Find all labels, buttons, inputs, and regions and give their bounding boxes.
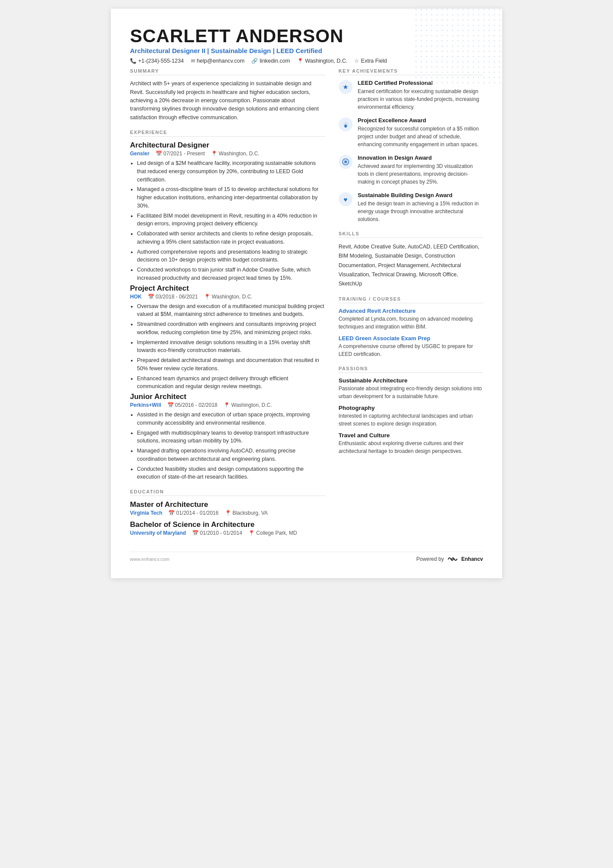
list-item: Prepared detailed architectural drawings… — [137, 356, 326, 373]
resume-page: SCARLETT ANDERSON Architectural Designer… — [111, 9, 502, 578]
job-1-meta: Gensler 📅 07/2021 - Present 📍 Washington… — [130, 151, 326, 157]
brand-name: Enhancv — [461, 556, 483, 562]
footer: www.enhancv.com Powered by Enhancv — [130, 552, 483, 563]
calendar-icon-edu2: 📅 — [192, 530, 199, 536]
achievement-3: Innovation in Design Award Achieved awar… — [339, 154, 483, 186]
achievement-3-title: Innovation in Design Award — [358, 154, 483, 161]
achievements-section: KEY ACHIEVEMENTS ★ LEED Certified Profes… — [339, 68, 483, 223]
achievement-1: ★ LEED Certified Professional Earned cer… — [339, 80, 483, 111]
achievement-2-content: Project Excellence Award Recognized for … — [358, 117, 483, 148]
passion-1-title: Sustainable Architecture — [339, 377, 483, 384]
skills-label: SKILLS — [339, 231, 483, 238]
achievement-2-desc: Recognized for successful completion of … — [358, 125, 483, 148]
list-item: Conducted feasibility studies and design… — [137, 465, 326, 482]
achievement-2-title: Project Excellence Award — [358, 117, 483, 124]
achievement-4-desc: Led the design team in achieving a 15% r… — [358, 200, 483, 223]
achievement-2: Project Excellence Award Recognized for … — [339, 117, 483, 148]
training-section: TRAINING / COURSES Advanced Revit Archit… — [339, 296, 483, 358]
achievements-label: KEY ACHIEVEMENTS — [339, 68, 483, 75]
list-item: Led design of a $2M healthcare facility,… — [137, 159, 326, 184]
passions-label: PASSIONS — [339, 366, 483, 373]
list-item: Conducted workshops to train junior staf… — [137, 266, 326, 282]
training-2-desc: A comprehensive course offered by USGBC … — [339, 342, 483, 358]
achievement-4-title: Sustainable Building Design Award — [358, 192, 483, 198]
footer-brand: Powered by Enhancv — [416, 556, 483, 563]
email-icon: ✉ — [191, 58, 195, 64]
pin-icon-2: 📍 — [204, 294, 210, 300]
achievement-1-desc: Earned certification for executing susta… — [358, 87, 483, 111]
contact-row: 📞 +1-(234)-555-1234 ✉ help@enhancv.com 🔗… — [130, 58, 483, 64]
passion-1: Sustainable Architecture Passionate abou… — [339, 377, 483, 400]
list-item: Managed drafting operations involving Au… — [137, 447, 326, 463]
job-2-dates: 📅 03/2018 - 06/2021 — [148, 294, 198, 300]
passion-2-desc: Interested in capturing architectural la… — [339, 412, 483, 428]
list-item: Collaborated with senior architects and … — [137, 230, 326, 246]
job-3-dates: 📅 05/2016 - 02/2018 — [167, 402, 217, 408]
achievement-3-desc: Achieved award for implementing 3D visua… — [358, 162, 483, 186]
passions-section: PASSIONS Sustainable Architecture Passio… — [339, 366, 483, 455]
edu-2: Bachelor of Science in Architecture Univ… — [130, 520, 326, 536]
job-3-bullets: Assisted in the design and execution of … — [130, 411, 326, 481]
achievement-2-icon — [339, 117, 353, 131]
summary-section: SUMMARY Architect with 5+ years of exper… — [130, 68, 326, 122]
list-item: Streamlined coordination with engineers … — [137, 320, 326, 337]
pin-icon-3: 📍 — [223, 402, 230, 408]
enhancv-logo-icon — [446, 556, 459, 563]
experience-section: EXPERIENCE Architectural Designer Gensle… — [130, 130, 326, 481]
education-section: EDUCATION Master of Architecture Virgini… — [130, 489, 326, 536]
list-item: Facilitated BIM model development in Rev… — [137, 212, 326, 228]
list-item: Authored comprehensive reports and prese… — [137, 248, 326, 265]
main-columns: SUMMARY Architect with 5+ years of exper… — [130, 68, 483, 544]
edu-2-location: 📍 College Park, MD — [248, 530, 297, 536]
calendar-icon-edu1: 📅 — [168, 510, 175, 516]
left-column: SUMMARY Architect with 5+ years of exper… — [130, 68, 326, 544]
pin-icon-edu1: 📍 — [225, 510, 231, 516]
achievement-1-icon: ★ — [339, 80, 353, 94]
achievement-1-content: LEED Certified Professional Earned certi… — [358, 80, 483, 111]
edu-2-meta: University of Maryland 📅 01/2010 - 01/20… — [130, 530, 326, 536]
phone-icon: 📞 — [130, 58, 137, 64]
powered-by-text: Powered by — [416, 556, 444, 562]
education-label: EDUCATION — [130, 489, 326, 496]
list-item: Oversaw the design and execution of a mu… — [137, 302, 326, 319]
job-1-bullets: Led design of a $2M healthcare facility,… — [130, 159, 326, 282]
job-2-company: HOK — [130, 294, 142, 300]
passion-3-title: Travel and Culture — [339, 432, 483, 439]
pin-icon-1: 📍 — [211, 151, 217, 157]
job-2-meta: HOK 📅 03/2018 - 06/2021 📍 Washington, D.… — [130, 294, 326, 300]
edu-2-school: University of Maryland — [130, 530, 186, 536]
training-1-desc: Completed at Lynda.com, focusing on adva… — [339, 315, 483, 331]
edu-1-dates: 📅 01/2014 - 01/2016 — [168, 510, 218, 516]
achievement-3-icon — [339, 155, 353, 169]
training-1-title: Advanced Revit Architecture — [339, 308, 483, 314]
list-item: Implemented innovative design solutions … — [137, 338, 326, 355]
job-3-company: Perkins+Will — [130, 402, 161, 408]
job-2-title: Project Architect — [130, 284, 326, 293]
job-3-location: 📍 Washington, D.C. — [223, 402, 272, 408]
contact-email: ✉ help@enhancv.com — [191, 58, 245, 64]
candidate-name: SCARLETT ANDERSON — [130, 26, 483, 46]
edu-1: Master of Architecture Virginia Tech 📅 0… — [130, 500, 326, 516]
list-item: Engaged with multidisciplinary teams to … — [137, 429, 326, 446]
achievement-1-title: LEED Certified Professional — [358, 80, 483, 86]
candidate-title: Architectural Designer II | Sustainable … — [130, 47, 483, 54]
training-label: TRAINING / COURSES — [339, 296, 483, 303]
training-2-title: LEED Green Associate Exam Prep — [339, 335, 483, 342]
contact-phone: 📞 +1-(234)-555-1234 — [130, 58, 184, 64]
footer-website: www.enhancv.com — [130, 556, 170, 562]
edu-2-dates: 📅 01/2010 - 01/2014 — [192, 530, 242, 536]
right-column: KEY ACHIEVEMENTS ★ LEED Certified Profes… — [339, 68, 483, 544]
passion-1-desc: Passionate about integrating eco-friendl… — [339, 385, 483, 400]
header: SCARLETT ANDERSON Architectural Designer… — [130, 26, 483, 64]
edu-1-school: Virginia Tech — [130, 510, 162, 516]
experience-label: EXPERIENCE — [130, 130, 326, 137]
contact-location: 📍 Washington, D.C. — [297, 58, 348, 64]
edu-1-location: 📍 Blacksburg, VA — [225, 510, 268, 516]
summary-text: Architect with 5+ years of experience sp… — [130, 80, 326, 122]
passion-2-title: Photography — [339, 405, 483, 411]
extra-icon: ☆ — [354, 58, 359, 64]
contact-extra: ☆ Extra Field — [354, 58, 387, 64]
location-icon: 📍 — [297, 58, 303, 64]
edu-2-degree: Bachelor of Science in Architecture — [130, 520, 326, 529]
job-2-location: 📍 Washington, D.C. — [204, 294, 253, 300]
